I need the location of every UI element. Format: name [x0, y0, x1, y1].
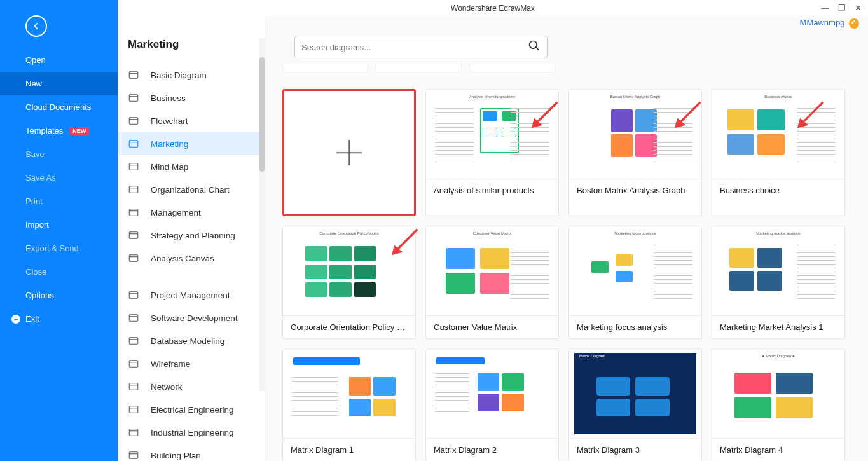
menu-export-send[interactable]: Export & Send — [0, 237, 118, 260]
prev-row-card — [282, 64, 368, 72]
category-item[interactable]: Mind Map — [118, 155, 265, 178]
category-icon — [128, 335, 139, 347]
svg-rect-10 — [129, 315, 138, 322]
category-icon — [128, 312, 139, 324]
menu-options[interactable]: Options — [0, 284, 118, 307]
category-label: Electrical Engineering — [151, 405, 234, 415]
category-scrollbar[interactable] — [259, 38, 265, 391]
svg-rect-13 — [129, 383, 138, 390]
category-label: Software Development — [151, 313, 238, 323]
menu-open[interactable]: Open — [0, 48, 118, 72]
template-thumbnail — [426, 349, 558, 438]
category-item[interactable]: Organizational Chart — [118, 178, 265, 201]
template-card[interactable]: Business choiceBusiness choice — [712, 89, 845, 216]
template-card[interactable]: Boston Matrix Analysis GraphBoston Matri… — [568, 89, 702, 216]
template-card[interactable]: Matrix Diagram 1 — [282, 348, 416, 461]
template-label: Matrix Diagram 2 — [426, 438, 558, 461]
category-icon — [128, 252, 139, 264]
template-thumbnail: Analysis of similar products — [426, 90, 558, 179]
category-icon — [128, 115, 139, 127]
template-card[interactable]: ● Matrix Diagram ●Matrix Diagram 4 — [712, 348, 845, 461]
category-item[interactable]: Marketing — [118, 132, 265, 155]
minimize-button[interactable]: — — [821, 3, 829, 13]
menu-new[interactable]: New — [0, 72, 118, 95]
menu-templates-label: Templates — [25, 126, 63, 135]
category-item[interactable]: Industrial Engineering — [118, 421, 265, 444]
template-card[interactable]: Customer Value MatrixCustomer Value Matr… — [425, 226, 559, 339]
template-thumbnail: Marketing focus analysis — [569, 226, 701, 315]
menu-save[interactable]: Save — [0, 142, 118, 166]
template-label: Customer Value Matrix — [426, 315, 558, 338]
svg-rect-14 — [129, 406, 138, 413]
category-item[interactable]: Project Management — [118, 284, 265, 306]
menu-save-as[interactable]: Save As — [0, 166, 118, 189]
template-label: Marketing focus analysis — [569, 315, 701, 338]
verified-badge-icon — [849, 18, 859, 29]
search-icon[interactable] — [528, 39, 541, 55]
template-card[interactable]: Marketing market analysisMarketing Marke… — [712, 226, 845, 339]
category-label: Wireframe — [151, 359, 190, 369]
template-thumbnail: Matrix Diagram — [569, 349, 701, 438]
category-item[interactable]: Wireframe — [118, 352, 265, 375]
svg-rect-7 — [129, 232, 138, 239]
category-sidebar: Marketing Basic DiagramBusinessFlowchart… — [118, 0, 265, 461]
category-label: Industrial Engineering — [151, 428, 234, 437]
menu-print[interactable]: Print — [0, 189, 118, 213]
category-item[interactable]: Flowchart — [118, 109, 265, 132]
new-tag-badge: NEW — [69, 127, 89, 135]
category-item[interactable]: Software Development — [118, 306, 265, 329]
menu-templates[interactable]: Templates NEW — [0, 119, 118, 142]
category-item[interactable]: Strategy and Planning — [118, 224, 265, 247]
category-icon — [128, 92, 139, 104]
close-window-button[interactable]: ✕ — [855, 3, 862, 13]
category-item[interactable]: Management — [118, 201, 265, 224]
prev-row-card — [376, 64, 462, 72]
maximize-button[interactable]: ❐ — [838, 3, 846, 13]
svg-rect-3 — [129, 141, 138, 148]
category-item[interactable]: Basic Diagram — [118, 64, 265, 86]
category-item[interactable]: Electrical Engineering — [118, 398, 265, 421]
category-item[interactable]: Database Modeling — [118, 329, 265, 352]
svg-rect-9 — [129, 292, 138, 299]
svg-rect-0 — [129, 72, 138, 79]
category-item[interactable]: Network — [118, 375, 265, 398]
exit-icon — [11, 315, 20, 324]
menu-import[interactable]: Import — [0, 213, 118, 237]
menu-close[interactable]: Close — [0, 260, 118, 284]
menu-exit[interactable]: Exit — [0, 307, 118, 331]
user-name[interactable]: MMawnmpg — [800, 18, 845, 27]
template-card[interactable]: Marketing focus analysisMarketing focus … — [568, 226, 702, 339]
prev-row-card — [469, 64, 555, 72]
user-account[interactable]: MMawnmpg — [800, 18, 859, 29]
category-label: Network — [151, 382, 183, 392]
file-menu-sidebar: Open New Cloud Documents Templates NEW S… — [0, 0, 118, 461]
template-thumbnail — [283, 349, 415, 438]
category-label: Building Plan — [151, 451, 201, 460]
category-icon — [128, 161, 139, 172]
template-thumbnail: Marketing market analysis — [712, 226, 844, 315]
category-label: Organizational Chart — [151, 185, 230, 195]
svg-rect-5 — [129, 186, 138, 193]
category-item[interactable]: Analysis Canvas — [118, 247, 265, 270]
category-label: Business — [151, 93, 186, 103]
template-thumbnail: Business choice — [712, 90, 844, 179]
template-card[interactable]: Analysis of similar productsAnalysis of … — [425, 89, 559, 216]
template-card[interactable]: Matrix Diagram 2 — [425, 348, 559, 461]
menu-cloud-documents[interactable]: Cloud Documents — [0, 95, 118, 119]
svg-rect-1 — [129, 95, 138, 102]
category-icon — [128, 289, 139, 301]
template-card[interactable]: Matrix DiagramMatrix Diagram 3 — [568, 348, 702, 461]
new-blank-diagram[interactable] — [282, 89, 416, 216]
svg-rect-6 — [129, 209, 138, 216]
category-item[interactable]: Building Plan — [118, 444, 265, 461]
category-label: Project Management — [151, 291, 230, 300]
category-item[interactable]: Business — [118, 86, 265, 109]
template-card[interactable]: Corporate Orientation Policy MatrixCorpo… — [282, 226, 416, 339]
search-input[interactable] — [301, 43, 528, 52]
back-button[interactable] — [25, 15, 47, 37]
svg-rect-8 — [129, 255, 138, 262]
title-bar: Wondershare EdrawMax — ❐ ✕ — [118, 0, 868, 16]
search-bar[interactable] — [294, 36, 548, 58]
template-thumbnail: ● Matrix Diagram ● — [712, 349, 844, 438]
template-thumbnail: Customer Value Matrix — [426, 226, 558, 315]
